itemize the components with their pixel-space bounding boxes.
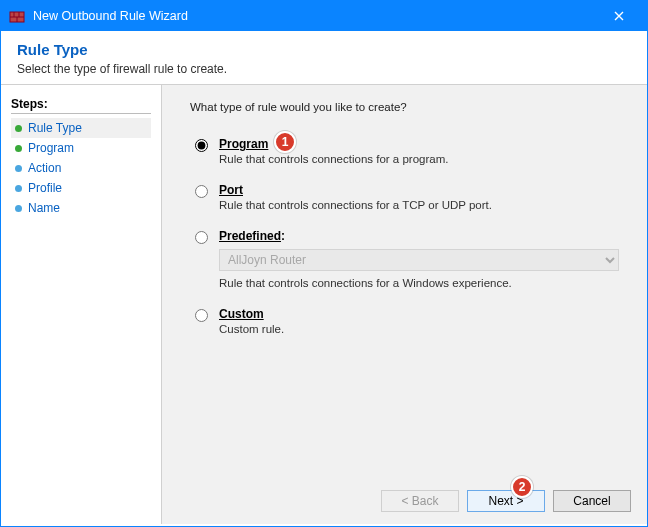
bullet-icon (15, 125, 22, 132)
bullet-icon (15, 205, 22, 212)
bullet-icon (15, 145, 22, 152)
step-rule-type[interactable]: Rule Type (11, 118, 151, 138)
content-pane: What type of rule would you like to crea… (161, 85, 647, 524)
option-desc: Rule that controls connections for a pro… (219, 153, 627, 165)
step-label: Rule Type (28, 121, 82, 135)
option-desc: Custom rule. (219, 323, 627, 335)
divider (11, 113, 151, 114)
page-title: Rule Type (17, 41, 631, 58)
question-text: What type of rule would you like to crea… (190, 101, 627, 113)
step-label: Profile (28, 181, 62, 195)
titlebar: New Outbound Rule Wizard (1, 1, 647, 31)
step-label: Program (28, 141, 74, 155)
page-subtitle: Select the type of firewall rule to crea… (17, 62, 631, 76)
option-custom[interactable]: Custom Custom rule. (190, 307, 627, 335)
option-title: Program (219, 137, 268, 151)
wizard-footer: < Back Next > 2 Cancel (381, 490, 631, 512)
step-name[interactable]: Name (11, 198, 151, 218)
step-profile[interactable]: Profile (11, 178, 151, 198)
radio-predefined[interactable] (195, 231, 208, 244)
step-program[interactable]: Program (11, 138, 151, 158)
predefined-select[interactable]: AllJoyn Router (219, 249, 619, 271)
window-title: New Outbound Rule Wizard (33, 9, 188, 23)
close-button[interactable] (599, 1, 639, 31)
radio-program[interactable] (195, 139, 208, 152)
main-area: Steps: Rule Type Program Action Profile … (1, 85, 647, 524)
firewall-icon (9, 8, 25, 24)
colon: : (281, 229, 285, 243)
option-title: Predefined (219, 229, 281, 243)
cancel-button[interactable]: Cancel (553, 490, 631, 512)
option-port[interactable]: Port Rule that controls connections for … (190, 183, 627, 211)
wizard-header: Rule Type Select the type of firewall ru… (1, 31, 647, 85)
option-desc: Rule that controls connections for a TCP… (219, 199, 627, 211)
option-desc: Rule that controls connections for a Win… (219, 277, 627, 289)
step-label: Action (28, 161, 61, 175)
back-button[interactable]: < Back (381, 490, 459, 512)
steps-label: Steps: (11, 97, 151, 111)
bullet-icon (15, 185, 22, 192)
bullet-icon (15, 165, 22, 172)
option-predefined[interactable]: Predefined: AllJoyn Router Rule that con… (190, 229, 627, 289)
next-button[interactable]: Next > (467, 490, 545, 512)
step-label: Name (28, 201, 60, 215)
radio-port[interactable] (195, 185, 208, 198)
option-title: Port (219, 183, 243, 197)
option-program[interactable]: Program Rule that controls connections f… (190, 137, 627, 165)
steps-sidebar: Steps: Rule Type Program Action Profile … (1, 85, 161, 524)
step-action[interactable]: Action (11, 158, 151, 178)
option-title: Custom (219, 307, 264, 321)
radio-custom[interactable] (195, 309, 208, 322)
